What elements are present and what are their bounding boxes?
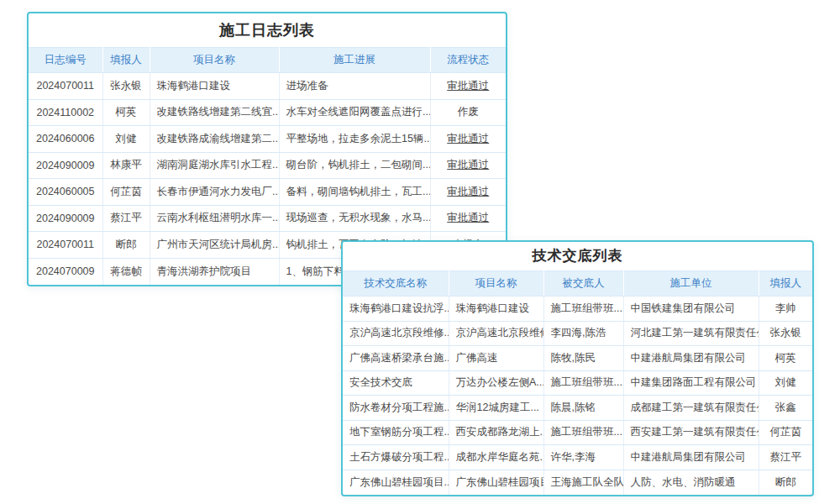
reporter-cell[interactable]: 断郎 bbox=[102, 232, 150, 259]
log-id-cell[interactable]: 2024070009 bbox=[29, 258, 102, 285]
table-row: 2024070011张永银珠海鹤港口建设进场准备审批通过 bbox=[29, 73, 506, 100]
reporter-cell[interactable]: 蔡江平 bbox=[102, 205, 150, 232]
reporter-cell[interactable]: 张永银 bbox=[102, 73, 150, 100]
disclosure-name-cell[interactable]: 珠海鹤港口建设抗浮... bbox=[343, 297, 449, 322]
table-row: 2024090009蔡江平云南水利枢纽潜明水库一...现场巡查，无积水现象，水马… bbox=[29, 205, 506, 232]
receiver-cell: 李四海,陈浩 bbox=[543, 321, 623, 346]
reporter-column-header: 填报人 bbox=[102, 48, 150, 73]
reporter-cell[interactable]: 林康平 bbox=[102, 152, 150, 179]
technical-disclosure-table: 技术交底名称项目名称被交底人施工单位填报人 珠海鹤港口建设抗浮...珠海鹤港口建… bbox=[343, 270, 812, 495]
desktop-canvas: 施工日志列表 日志编号填报人项目名称施工进展流程状态 2024070011张永银… bbox=[0, 0, 840, 504]
status-cell[interactable]: 作废 bbox=[430, 99, 506, 126]
disclosure-name-cell[interactable]: 安全技术交底 bbox=[343, 370, 449, 396]
receiver-cell: 许华,李海 bbox=[543, 445, 623, 470]
reporter-cell[interactable]: 何芷茵 bbox=[102, 179, 150, 206]
disclosure-name-cell[interactable]: 地下室钢筋分项工程... bbox=[343, 420, 449, 445]
reporter-cell[interactable]: 张鑫 bbox=[759, 396, 812, 421]
reporter-cell[interactable]: 断郎 bbox=[759, 470, 812, 495]
reporter-cell[interactable]: 柯英 bbox=[759, 346, 812, 371]
project-name-cell[interactable]: 万达办公楼左侧A... bbox=[449, 370, 543, 396]
construction-log-title: 施工日志列表 bbox=[29, 13, 506, 47]
project-name-cell[interactable]: 珠海鹤港口建设 bbox=[449, 297, 543, 322]
reporter-column-header: 填报人 bbox=[759, 271, 812, 297]
unit-cell: 河北建工第一建筑有限责任公司 bbox=[623, 321, 759, 346]
reporter-cell[interactable]: 张永银 bbox=[759, 321, 812, 346]
table-row: 2024060006刘健改建铁路成渝线增建第二...平整场地，拉走多余泥土15辆… bbox=[29, 126, 506, 153]
disclosure-name-cell[interactable]: 土石方爆破分项工程... bbox=[343, 445, 449, 470]
status-cell[interactable]: 审批通过 bbox=[430, 152, 506, 179]
unit-column-header: 施工单位 bbox=[623, 271, 759, 297]
project-name-cell[interactable]: 广东佛山碧桂园项目 bbox=[449, 470, 543, 495]
progress-cell: 平整场地，拉走多余泥土15辆... bbox=[279, 126, 430, 153]
table-row: 安全技术交底万达办公楼左侧A...施工班组带班...中建集团路面工程有限公司刘健 bbox=[343, 370, 812, 396]
project-name-cell[interactable]: 西安成都路龙湖上... bbox=[449, 420, 543, 445]
reporter-cell[interactable]: 刘健 bbox=[102, 126, 150, 153]
receiver-cell: 王海施工队全队 bbox=[543, 470, 623, 495]
table-header-row: 日志编号填报人项目名称施工进展流程状态 bbox=[29, 48, 506, 73]
disclosure-name-column-header: 技术交底名称 bbox=[343, 271, 449, 297]
receiver-column-header: 被交底人 bbox=[543, 271, 623, 297]
table-row: 2024060005何芷茵长春市伊通河水力发电厂...备料，砌间墙钩机排土，瓦工… bbox=[29, 179, 506, 206]
project-name-column-header: 项目名称 bbox=[150, 48, 279, 73]
receiver-cell: 施工班组带班... bbox=[543, 370, 623, 396]
reporter-cell[interactable]: 何芷茵 bbox=[759, 420, 812, 445]
unit-cell: 中建集团路面工程有限公司 bbox=[623, 370, 759, 396]
unit-cell: 成都建工第一建筑有限责任公司 bbox=[623, 396, 759, 421]
project-name-cell[interactable]: 京沪高速北京段维修 bbox=[449, 321, 543, 346]
project-name-cell[interactable]: 湖南洞庭湖水库引水工程... bbox=[150, 152, 279, 179]
table-row: 防水卷材分项工程施...华润12城房建工...陈晨,陈铭成都建工第一建筑有限责任… bbox=[343, 396, 812, 421]
project-name-cell[interactable]: 珠海鹤港口建设 bbox=[150, 73, 279, 100]
project-name-cell[interactable]: 云南水利枢纽潜明水库一... bbox=[150, 205, 279, 232]
unit-cell: 中建港航局集团有限公司 bbox=[623, 445, 759, 470]
log-id-cell[interactable]: 2024090009 bbox=[29, 152, 102, 179]
project-name-cell[interactable]: 成都水岸华庭名苑... bbox=[449, 445, 543, 470]
receiver-cell: 陈牧,陈民 bbox=[543, 346, 623, 371]
reporter-cell[interactable]: 李帅 bbox=[759, 297, 812, 322]
disclosure-name-cell[interactable]: 广东佛山碧桂园项目... bbox=[343, 470, 449, 495]
progress-cell: 进场准备 bbox=[279, 73, 430, 100]
table-header-row: 技术交底名称项目名称被交底人施工单位填报人 bbox=[343, 271, 812, 297]
project-name-cell[interactable]: 广州市天河区统计局机房... bbox=[150, 232, 279, 259]
receiver-cell: 陈晨,陈铭 bbox=[543, 396, 623, 421]
reporter-cell[interactable]: 蔡江平 bbox=[759, 445, 812, 470]
log-id-cell[interactable]: 2024070011 bbox=[29, 232, 102, 259]
project-name-cell[interactable]: 改建铁路成渝线增建第二... bbox=[150, 126, 279, 153]
unit-cell: 中国铁建集团有限公司 bbox=[623, 297, 759, 322]
status-cell[interactable]: 审批通过 bbox=[430, 126, 506, 153]
disclosure-name-cell[interactable]: 防水卷材分项工程施... bbox=[343, 396, 449, 421]
project-name-cell[interactable]: 改建铁路线增建第二线宜... bbox=[150, 99, 279, 126]
table-row: 京沪高速北京段维修...京沪高速北京段维修李四海,陈浩河北建工第一建筑有限责任公… bbox=[343, 321, 812, 346]
unit-cell: 中建港航局集团有限公司 bbox=[623, 346, 759, 371]
reporter-cell[interactable]: 刘健 bbox=[759, 370, 812, 396]
table-row: 2024090009林康平湖南洞庭湖水库引水工程...砌台阶，钩机排土，二包砌间… bbox=[29, 152, 506, 179]
table-row: 2024110002柯英改建铁路线增建第二线宜...水车对全线遮阳网覆盖点进行.… bbox=[29, 99, 506, 126]
progress-column-header: 施工进展 bbox=[279, 48, 430, 73]
table-row: 广佛高速桥梁承台施...广佛高速陈牧,陈民中建港航局集团有限公司柯英 bbox=[343, 346, 812, 371]
status-cell[interactable]: 审批通过 bbox=[430, 179, 506, 206]
status-cell[interactable]: 审批通过 bbox=[430, 73, 506, 100]
disclosure-name-cell[interactable]: 京沪高速北京段维修... bbox=[343, 321, 449, 346]
project-name-cell[interactable]: 青海洪湖养护院项目 bbox=[150, 258, 279, 285]
project-name-cell[interactable]: 广佛高速 bbox=[449, 346, 543, 371]
project-name-cell[interactable]: 长春市伊通河水力发电厂... bbox=[150, 179, 279, 206]
table-row: 土石方爆破分项工程...成都水岸华庭名苑...许华,李海中建港航局集团有限公司蔡… bbox=[343, 445, 812, 470]
log-id-cell[interactable]: 2024090009 bbox=[29, 205, 102, 232]
log-id-cell[interactable]: 2024060006 bbox=[29, 126, 102, 153]
table-row: 地下室钢筋分项工程...西安成都路龙湖上...施工班组带班...西安建工第一建筑… bbox=[343, 420, 812, 445]
technical-disclosure-title: 技术交底列表 bbox=[343, 242, 812, 270]
progress-cell: 备料，砌间墙钩机排土，瓦工... bbox=[279, 179, 430, 206]
status-cell[interactable]: 审批通过 bbox=[430, 205, 506, 232]
progress-cell: 水车对全线遮阳网覆盖点进行... bbox=[279, 99, 430, 126]
project-name-cell[interactable]: 华润12城房建工... bbox=[449, 396, 543, 421]
log-id-cell[interactable]: 2024060005 bbox=[29, 179, 102, 206]
table-row: 广东佛山碧桂园项目...广东佛山碧桂园项目王海施工队全队人防、水电、消防暖通断郎 bbox=[343, 470, 812, 495]
status-column-header: 流程状态 bbox=[430, 48, 506, 73]
log-id-column-header: 日志编号 bbox=[29, 48, 102, 73]
project-name-column-header: 项目名称 bbox=[449, 271, 543, 297]
reporter-cell[interactable]: 蒋德帧 bbox=[102, 258, 150, 285]
disclosure-name-cell[interactable]: 广佛高速桥梁承台施... bbox=[343, 346, 449, 371]
log-id-cell[interactable]: 2024070011 bbox=[29, 73, 102, 100]
progress-cell: 砌台阶，钩机排土，二包砌间... bbox=[279, 152, 430, 179]
log-id-cell[interactable]: 2024110002 bbox=[29, 99, 102, 126]
reporter-cell[interactable]: 柯英 bbox=[102, 99, 150, 126]
